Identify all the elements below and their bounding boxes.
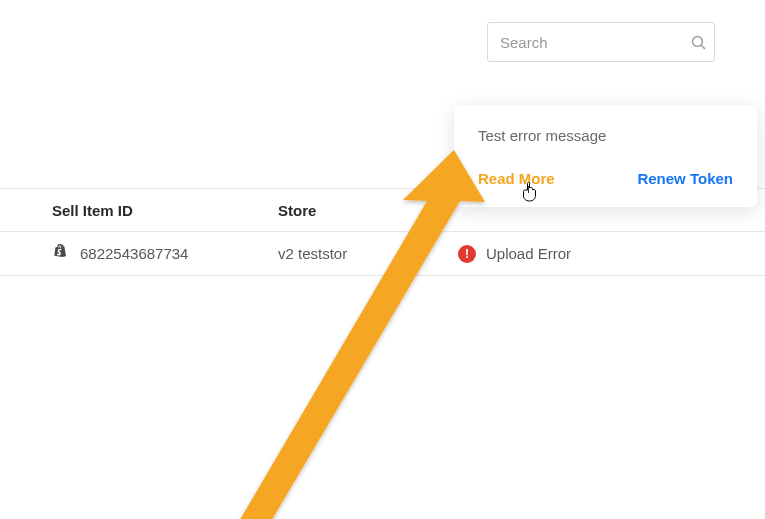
renew-token-link[interactable]: Renew Token xyxy=(637,170,733,187)
table-row[interactable]: 6822543687734 v2 teststor ! Upload Error xyxy=(0,232,765,276)
search-icon xyxy=(690,34,707,51)
error-icon: ! xyxy=(458,245,476,263)
popup-message: Test error message xyxy=(478,127,733,144)
cell-sell-item-id: 6822543687734 xyxy=(52,245,278,263)
cell-store: v2 teststor xyxy=(278,245,458,262)
error-popup: Test error message Read More Renew Token xyxy=(454,105,757,207)
search-input[interactable] xyxy=(500,34,690,51)
cell-status: ! Upload Error xyxy=(458,245,571,263)
status-text: Upload Error xyxy=(486,245,571,262)
shopify-icon xyxy=(52,245,70,263)
svg-point-0 xyxy=(692,36,702,46)
column-header-sell-item-id: Sell Item ID xyxy=(52,202,278,219)
svg-line-1 xyxy=(701,45,705,49)
sell-item-id-value: 6822543687734 xyxy=(80,245,188,262)
read-more-link[interactable]: Read More xyxy=(478,170,555,187)
popup-actions: Read More Renew Token xyxy=(478,170,733,187)
search-container[interactable] xyxy=(487,22,715,62)
column-header-store: Store xyxy=(278,202,458,219)
